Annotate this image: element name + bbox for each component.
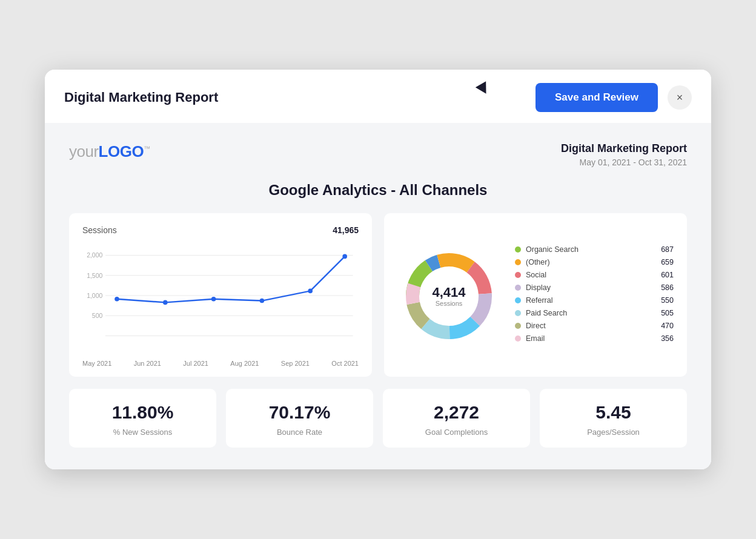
header-actions: Save and Review × [536,83,692,112]
stat-card-2: 2,272 Goal Completions [383,389,530,448]
legend-value-0: 687 [654,245,674,254]
modal-header: Digital Marketing Report Save and Review… [45,70,711,123]
stat-value-1: 70.17% [237,402,362,423]
stat-label-1: Bounce Rate [237,428,362,437]
sessions-total: 41,965 [333,225,359,235]
legend-dot-2 [515,272,521,278]
legend-dot-5 [515,310,521,316]
svg-point-14 [342,254,347,259]
stat-label-0: % New Sessions [80,428,205,437]
stat-label-2: Goal Completions [394,428,519,437]
stat-value-2: 2,272 [394,402,519,423]
legend-item-6: Direct 470 [515,322,674,330]
legend-dot-0 [515,246,521,253]
legend-value-7: 356 [654,334,674,343]
charts-row: Sessions 41,965 2,000 [69,213,687,377]
report-info: Digital Marketing Report May 01, 2021 - … [561,142,687,167]
legend-item-0: Organic Search 687 [515,245,674,254]
svg-text:1,000: 1,000 [87,293,102,299]
donut-center-label: Sessions [432,300,465,307]
x-label-4: Sep 2021 [281,360,310,367]
legend-name-6: Direct [526,322,649,330]
x-axis-labels: May 2021 Jun 2021 Jul 2021 Aug 2021 Sep … [82,360,359,367]
legend-dot-4 [515,297,521,303]
svg-text:500: 500 [92,312,103,319]
legend-value-4: 550 [654,296,674,305]
svg-text:1,500: 1,500 [87,273,102,279]
svg-point-13 [308,289,313,294]
legend-value-5: 505 [654,309,674,317]
legend-name-2: Social [526,271,649,279]
legend-dot-1 [515,259,521,265]
logo: yourLOGO™ [69,142,150,161]
stats-row: 11.80% % New Sessions 70.17% Bounce Rate… [69,389,687,448]
donut-center: 4,414 Sessions [432,285,465,307]
svg-text:2,000: 2,000 [87,252,102,259]
legend-name-3: Display [526,283,649,292]
save-review-button[interactable]: Save and Review [536,83,658,112]
modal-body: yourLOGO™ Digital Marketing Report May 0… [45,123,711,469]
report-date-range: May 01, 2021 - Oct 31, 2021 [561,157,687,167]
donut-legend: Organic Search 687 (Other) 659 Social 60… [515,245,674,347]
legend-name-7: Email [526,334,649,343]
svg-point-12 [260,299,265,303]
modal: Digital Marketing Report Save and Review… [45,70,711,469]
legend-value-2: 601 [654,271,674,279]
x-label-2: Jul 2021 [183,360,208,367]
legend-dot-7 [515,336,521,342]
legend-name-4: Referral [526,296,649,305]
stat-value-0: 11.80% [80,402,205,423]
x-label-3: Aug 2021 [230,360,259,367]
stat-value-3: 5.45 [551,402,676,423]
stat-card-0: 11.80% % New Sessions [69,389,216,448]
legend-name-5: Paid Search [526,309,649,317]
legend-dot-6 [515,323,521,329]
sessions-label: Sessions [82,225,117,235]
stat-label-3: Pages/Session [551,428,676,437]
donut-container: 4,414 Sessions [397,245,500,348]
logo-tm: ™ [144,145,150,152]
legend-name-1: (Other) [526,258,649,266]
x-label-1: Jun 2021 [134,360,161,367]
legend-item-2: Social 601 [515,271,674,279]
legend-item-5: Paid Search 505 [515,309,674,317]
logo-regular: your [69,142,99,160]
legend-item-3: Display 586 [515,283,674,292]
line-chart-area: 2,000 1,500 1,000 500 [82,241,359,356]
sessions-chart-card: Sessions 41,965 2,000 [69,213,372,377]
legend-item-4: Referral 550 [515,296,674,305]
close-button[interactable]: × [668,85,692,110]
svg-point-10 [163,300,168,305]
x-label-0: May 2021 [82,360,111,367]
svg-point-11 [211,297,216,302]
legend-item-1: (Other) 659 [515,258,674,266]
report-info-title: Digital Marketing Report [561,142,687,155]
legend-dot-3 [515,285,521,291]
report-header: yourLOGO™ Digital Marketing Report May 0… [69,142,687,167]
legend-item-7: Email 356 [515,334,674,343]
stat-card-3: 5.45 Pages/Session [540,389,687,448]
logo-area: yourLOGO™ [69,142,150,161]
stat-card-1: 70.17% Bounce Rate [226,389,373,448]
donut-chart-card: 4,414 Sessions Organic Search 687 (Other… [384,213,687,377]
legend-value-1: 659 [654,258,674,266]
logo-bold: LOGO [99,142,144,160]
section-title: Google Analytics - All Channels [69,182,687,199]
svg-point-9 [114,297,119,302]
legend-value-6: 470 [654,322,674,330]
legend-value-3: 586 [654,283,674,292]
legend-name-0: Organic Search [526,245,649,254]
x-label-5: Oct 2021 [331,360,359,367]
chart-header: Sessions 41,965 [82,225,359,235]
line-chart-svg: 2,000 1,500 1,000 500 [82,241,359,350]
donut-center-value: 4,414 [432,285,465,300]
modal-title: Digital Marketing Report [64,90,218,105]
